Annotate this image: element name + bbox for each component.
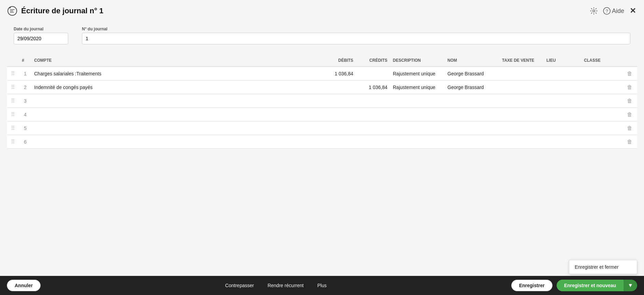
drag-dots-icon: ⠿ — [11, 71, 15, 76]
row-nom[interactable]: George Brassard — [445, 80, 499, 94]
row-compte[interactable] — [31, 108, 322, 121]
row-compte[interactable]: Charges salariales :Traitements — [31, 67, 322, 80]
row-lieu[interactable] — [544, 108, 581, 121]
row-nom[interactable] — [445, 108, 499, 121]
row-lieu[interactable] — [544, 135, 581, 149]
row-taxe-vente[interactable] — [499, 94, 544, 108]
trash-icon: 🗑 — [627, 84, 632, 90]
enregistrer-nouveau-button[interactable]: Enregistrer et nouveau — [557, 280, 624, 291]
table-row: ⠿ 6 🗑 — [7, 135, 637, 149]
trash-icon: 🗑 — [627, 139, 632, 145]
date-field-group: Date du journal — [14, 27, 68, 44]
footer-left: Annuler — [7, 280, 41, 291]
date-input[interactable] — [14, 33, 68, 44]
trash-icon: 🗑 — [627, 71, 632, 76]
drag-handle[interactable]: ⠿ — [7, 121, 19, 135]
table-row: ⠿ 4 🗑 — [7, 108, 637, 121]
row-description[interactable]: Rajustement unique — [390, 67, 445, 80]
drag-dots-icon: ⠿ — [11, 112, 15, 117]
delete-row-button[interactable]: 🗑 — [627, 98, 632, 104]
drag-handle[interactable]: ⠿ — [7, 108, 19, 121]
annuler-button[interactable]: Annuler — [7, 280, 41, 291]
drag-handle[interactable]: ⠿ — [7, 135, 19, 149]
enregistrer-button[interactable]: Enregistrer — [511, 280, 553, 291]
journal-num-input[interactable] — [82, 33, 630, 44]
row-compte[interactable] — [31, 135, 322, 149]
help-label: Aide — [612, 8, 624, 15]
row-credits[interactable] — [356, 108, 390, 121]
row-nom[interactable] — [445, 94, 499, 108]
contrepasser-button[interactable]: Contrepasser — [225, 283, 254, 288]
row-classe[interactable] — [581, 121, 622, 135]
row-classe[interactable] — [581, 108, 622, 121]
table-row: ⠿ 2 Indemnité de congés payés 1 036,84 R… — [7, 80, 637, 94]
row-compte[interactable] — [31, 94, 322, 108]
delete-row-button[interactable]: 🗑 — [627, 125, 632, 131]
col-description: DESCRIPTION — [390, 55, 445, 67]
row-nom[interactable] — [445, 135, 499, 149]
row-taxe-vente[interactable] — [499, 108, 544, 121]
help-button[interactable]: ? Aide — [603, 7, 624, 15]
chevron-down-icon: ▼ — [628, 282, 633, 289]
row-classe[interactable] — [581, 80, 622, 94]
col-credits: CRÉDITS — [356, 55, 390, 67]
drag-handle[interactable]: ⠿ — [7, 94, 19, 108]
row-lieu[interactable] — [544, 121, 581, 135]
enregistrer-dropdown-arrow[interactable]: ▼ — [624, 280, 637, 291]
row-credits[interactable] — [356, 67, 390, 80]
row-credits[interactable]: 1 036,84 — [356, 80, 390, 94]
delete-row-button[interactable]: 🗑 — [627, 71, 632, 77]
row-lieu[interactable] — [544, 80, 581, 94]
row-taxe-vente[interactable] — [499, 80, 544, 94]
settings-button[interactable] — [590, 7, 598, 15]
row-nom[interactable] — [445, 121, 499, 135]
row-debits[interactable] — [322, 121, 356, 135]
row-classe[interactable] — [581, 135, 622, 149]
delete-row-button[interactable]: 🗑 — [627, 139, 632, 145]
row-description[interactable]: Rajustement unique — [390, 80, 445, 94]
table-row: ⠿ 5 🗑 — [7, 121, 637, 135]
row-classe[interactable] — [581, 94, 622, 108]
row-taxe-vente[interactable] — [499, 67, 544, 80]
row-taxe-vente[interactable] — [499, 121, 544, 135]
enregistrer-fermer-option[interactable]: Enregistrer et fermer — [569, 260, 637, 274]
row-taxe-vente[interactable] — [499, 135, 544, 149]
drag-handle[interactable]: ⠿ — [7, 80, 19, 94]
row-description[interactable] — [390, 108, 445, 121]
row-delete-cell: 🗑 — [622, 121, 637, 135]
row-lieu[interactable] — [544, 94, 581, 108]
row-lieu[interactable] — [544, 67, 581, 80]
plus-button[interactable]: Plus — [317, 283, 327, 288]
delete-row-button[interactable]: 🗑 — [627, 112, 632, 118]
trash-icon: 🗑 — [627, 98, 632, 104]
row-debits[interactable] — [322, 94, 356, 108]
row-debits[interactable] — [322, 108, 356, 121]
row-classe[interactable] — [581, 67, 622, 80]
delete-row-button[interactable]: 🗑 — [627, 84, 632, 90]
row-description[interactable] — [390, 135, 445, 149]
row-number: 5 — [19, 121, 31, 135]
rendre-recurrent-button[interactable]: Rendre récurrent — [268, 283, 304, 288]
footer: Annuler Contrepasser Rendre récurrent Pl… — [0, 276, 644, 295]
row-compte[interactable]: Indemnité de congés payés — [31, 80, 322, 94]
row-credits[interactable] — [356, 94, 390, 108]
row-number: 1 — [19, 67, 31, 80]
row-compte[interactable] — [31, 121, 322, 135]
row-debits[interactable] — [322, 80, 356, 94]
row-description[interactable] — [390, 94, 445, 108]
row-credits[interactable] — [356, 135, 390, 149]
col-debits: DÉBITS — [322, 55, 356, 67]
col-taxe-vente: TAXE DE VENTE — [499, 55, 544, 67]
drag-handle[interactable]: ⠿ — [7, 67, 19, 80]
close-button[interactable]: ✕ — [630, 6, 636, 15]
drag-dots-icon: ⠿ — [11, 139, 15, 145]
row-nom[interactable]: George Brassard — [445, 67, 499, 80]
table-header-row: # COMPTE DÉBITS CRÉDITS DESCRIPTION NOM … — [7, 55, 637, 67]
row-debits[interactable]: 1 036,84 — [322, 67, 356, 80]
footer-right: Enregistrer et fermer Enregistrer Enregi… — [511, 280, 637, 291]
row-description[interactable] — [390, 121, 445, 135]
table-section: # COMPTE DÉBITS CRÉDITS DESCRIPTION NOM … — [0, 48, 644, 149]
journal-icon — [7, 5, 18, 16]
row-credits[interactable] — [356, 121, 390, 135]
row-debits[interactable] — [322, 135, 356, 149]
